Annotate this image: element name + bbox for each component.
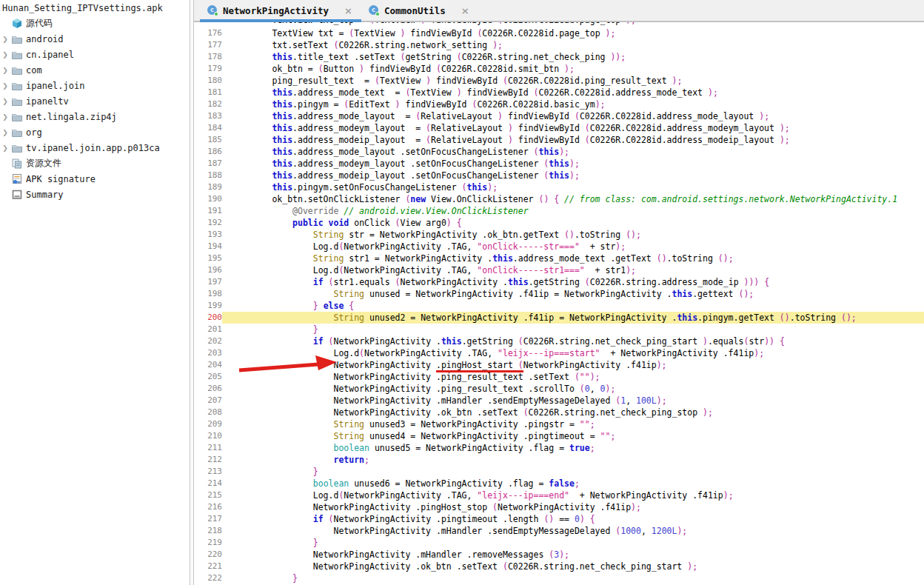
code-line-187[interactable]: 187 this.address_modeym_layout .setOnFoc…: [194, 158, 924, 170]
code-line-188[interactable]: 188 this.address_modeip_layout .setOnFoc…: [194, 170, 924, 181]
sidebar-item-apk-signature[interactable]: APK signature: [0, 171, 190, 187]
chevron-right-icon[interactable]: ❯: [0, 82, 10, 90]
code-line-193[interactable]: 193 String str = NetworkPingActivity .ok…: [194, 229, 924, 241]
code-line-209[interactable]: 209 String unused3 = NetworkPingActivity…: [194, 418, 924, 430]
code-line-218[interactable]: 218 NetworkPingActivity .mHandler .sendE…: [194, 525, 924, 537]
code-line-192[interactable]: 192 public void onClick (View arg0) {: [194, 217, 924, 229]
code-line-191[interactable]: 191 @Override // android.view.View.OnCli…: [194, 205, 924, 217]
code-line-213[interactable]: 213 }: [194, 466, 924, 478]
line-number: 207: [194, 395, 222, 407]
line-number: 205: [194, 371, 222, 383]
code-text: ping_result_text = (TextView ) findViewB…: [222, 75, 924, 87]
code-line-177[interactable]: 177 txt.setText (C0226R.string.network_s…: [194, 39, 924, 51]
code-line-211[interactable]: 211 boolean unused5 = NetworkPingActivit…: [194, 442, 924, 454]
tab-networkpingactivity[interactable]: cNetworkPingActivity×: [200, 0, 361, 21]
line-number: 222: [194, 572, 222, 584]
class-icon: c: [207, 5, 218, 16]
line-number: 185: [194, 134, 222, 146]
code-line-175[interactable]: 175 TextView txt_top = (TextView ) findV…: [194, 22, 924, 26]
sidebar-item-net-lingala-zip4j[interactable]: ❯net.lingala.zip4j: [0, 109, 190, 124]
code-line-219[interactable]: 219 }: [194, 537, 924, 549]
code-line-189[interactable]: 189 this.pingym.setOnFocusChangeListener…: [194, 181, 924, 193]
line-number: 201: [194, 324, 222, 335]
sidebar-item--[interactable]: 源代码: [0, 16, 190, 31]
code-line-204[interactable]: 204 NetworkPingActivity .pingHost_start …: [194, 359, 924, 371]
sidebar-item-cn-ipanel[interactable]: ❯cn.ipanel: [0, 47, 190, 62]
code-text: @Override // android.view.View.OnClickLi…: [222, 205, 924, 217]
tab-commonutils[interactable]: cCommonUtils×: [361, 0, 478, 21]
line-number: 179: [194, 63, 222, 75]
code-line-184[interactable]: 184 this.address_modeym_layout = (Relati…: [194, 122, 924, 134]
code-line-212[interactable]: 212 return;: [194, 454, 924, 466]
sidebar-item-summary[interactable]: Summary: [0, 187, 190, 202]
code-line-178[interactable]: 178 this.title_text .setText (getString …: [194, 51, 924, 63]
close-tab-icon[interactable]: ×: [461, 5, 469, 16]
code-text: return;: [222, 454, 924, 466]
code-line-210[interactable]: 210 String unused4 = NetworkPingActivity…: [194, 430, 924, 442]
code-line-221[interactable]: 221 NetworkPingActivity .ok_btn .setText…: [194, 561, 924, 572]
code-line-183[interactable]: 183 this.address_mode_layout = (Relative…: [194, 110, 924, 122]
chevron-right-icon[interactable]: ❯: [0, 51, 10, 58]
sidebar-item-ipanel-join[interactable]: ❯ipanel.join: [0, 78, 190, 93]
chevron-right-icon[interactable]: ❯: [0, 144, 10, 152]
code-line-179[interactable]: 179 ok_btn = (Button ) findViewById (C02…: [194, 63, 924, 75]
line-number: 186: [194, 146, 222, 158]
code-line-194[interactable]: 194 Log.d(NetworkPingActivity .TAG, "onC…: [194, 241, 924, 253]
code-text: NetworkPingActivity .pingHost_stop (Netw…: [222, 501, 924, 513]
code-line-220[interactable]: 220 NetworkPingActivity .mHandler .remov…: [194, 549, 924, 561]
code-line-222[interactable]: 222 }: [194, 572, 924, 584]
close-tab-icon[interactable]: ×: [344, 5, 352, 16]
tab-label: CommonUtils: [384, 5, 446, 16]
code-line-195[interactable]: 195 String str1 = NetworkPingActivity .t…: [194, 253, 924, 264]
chevron-right-icon[interactable]: ❯: [0, 113, 10, 121]
line-number: 204: [194, 359, 222, 371]
code-line-196[interactable]: 196 Log.d(NetworkPingActivity .TAG, "onC…: [194, 264, 924, 276]
code-line-208[interactable]: 208 NetworkPingActivity .ok_btn .setText…: [194, 407, 924, 418]
code-line-185[interactable]: 185 this.address_modeip_layout = (Relati…: [194, 134, 924, 146]
sidebar-item-ipaneltv[interactable]: ❯ipaneltv: [0, 93, 190, 109]
line-number: 189: [194, 181, 222, 193]
code-line-201[interactable]: 201 }: [194, 324, 924, 335]
sidebar-item-com[interactable]: ❯com: [0, 62, 190, 78]
code-text: NetworkPingActivity .pingHost_start (Net…: [222, 359, 924, 371]
cube-icon: [10, 18, 24, 30]
code-line-205[interactable]: 205 NetworkPingActivity .ping_result_tex…: [194, 371, 924, 383]
code-line-206[interactable]: 206 NetworkPingActivity .ping_result_tex…: [194, 383, 924, 395]
code-line-215[interactable]: 215 Log.d(NetworkPingActivity .TAG, "lei…: [194, 489, 924, 501]
chevron-right-icon[interactable]: ❯: [0, 98, 10, 105]
sidebar-item-android[interactable]: ❯android: [0, 31, 190, 47]
line-number: 202: [194, 335, 222, 347]
line-number: 200: [194, 312, 222, 324]
code-line-197[interactable]: 197 if (str1.equals (NetworkPingActivity…: [194, 276, 924, 288]
code-line-217[interactable]: 217 if (NetworkPingActivity .pingtimeout…: [194, 513, 924, 525]
editor-panel: cNetworkPingActivity×cCommonUtils× 175 T…: [194, 0, 924, 585]
sidebar-item--[interactable]: 资源文件: [0, 156, 190, 171]
folder-icon: [10, 111, 24, 123]
code-line-200[interactable]: 200 String unused2 = NetworkPingActivity…: [194, 312, 924, 324]
code-line-207[interactable]: 207 NetworkPingActivity .mHandler .sendE…: [194, 395, 924, 407]
code-line-190[interactable]: 190 ok_btn.setOnClickListener (new View.…: [194, 193, 924, 205]
line-number: 193: [194, 229, 222, 241]
code-line-181[interactable]: 181 this.address_mode_text = (TextView )…: [194, 87, 924, 98]
code-text: this.address_mode_layout .setOnFocusChan…: [222, 146, 924, 158]
tree-root-apk[interactable]: Hunan_Setting_IPTVsettings.apk: [0, 0, 190, 16]
sidebar-item-org[interactable]: ❯org: [0, 124, 190, 140]
code-line-216[interactable]: 216 NetworkPingActivity .pingHost_stop (…: [194, 501, 924, 513]
code-text: this.address_modeip_layout .setOnFocusCh…: [222, 170, 924, 181]
code-line-202[interactable]: 202 if (NetworkPingActivity .this.getStr…: [194, 335, 924, 347]
code-line-186[interactable]: 186 this.address_mode_layout .setOnFocus…: [194, 146, 924, 158]
chevron-right-icon[interactable]: ❯: [0, 67, 10, 74]
line-number: 176: [194, 27, 222, 39]
code-line-199[interactable]: 199 } else {: [194, 300, 924, 312]
code-line-203[interactable]: 203 Log.d(NetworkPingActivity .TAG, "lei…: [194, 347, 924, 359]
line-number: 177: [194, 39, 222, 51]
code-line-180[interactable]: 180 ping_result_text = (TextView ) findV…: [194, 75, 924, 87]
code-line-198[interactable]: 198 String unused = NetworkPingActivity …: [194, 288, 924, 300]
sidebar-item-label: APK signature: [24, 174, 96, 184]
code-line-214[interactable]: 214 boolean unused6 = NetworkPingActivit…: [194, 478, 924, 489]
sidebar-item-tv-ipanel-join-app-p013ca[interactable]: ❯tv.ipanel.join.app.p013ca: [0, 140, 190, 156]
code-line-182[interactable]: 182 this.pingym = (EditText ) findViewBy…: [194, 98, 924, 110]
chevron-right-icon[interactable]: ❯: [0, 36, 10, 43]
chevron-right-icon[interactable]: ❯: [0, 129, 10, 136]
code-line-176[interactable]: 176 TextView txt = (TextView ) findViewB…: [194, 27, 924, 39]
